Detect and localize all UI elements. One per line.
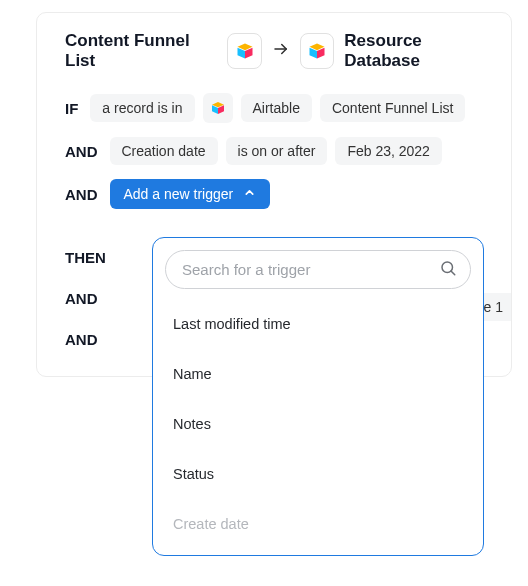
keyword-then: THEN	[65, 249, 106, 266]
airtable-icon	[307, 41, 327, 61]
search-wrap	[165, 250, 471, 289]
dropdown-item[interactable]: Last modified time	[165, 299, 471, 349]
operator-pill[interactable]: is on or after	[226, 137, 328, 165]
dropdown-item[interactable]: Status	[165, 449, 471, 499]
dest-app-icon-box	[300, 33, 334, 69]
trigger-dropdown: Last modified time Name Notes Status Cre…	[152, 237, 484, 556]
source-app-icon-box	[227, 33, 261, 69]
search-input[interactable]	[165, 250, 471, 289]
dropdown-item[interactable]: Name	[165, 349, 471, 399]
value-pill[interactable]: Feb 23, 2022	[335, 137, 442, 165]
keyword-and: AND	[65, 290, 98, 307]
trigger-pill-condition[interactable]: a record is in	[90, 94, 194, 122]
airtable-icon	[235, 41, 255, 61]
field-pill[interactable]: Creation date	[110, 137, 218, 165]
trigger-pill-table[interactable]: Content Funnel List	[320, 94, 465, 122]
automation-card: Content Funnel List	[36, 12, 512, 377]
search-icon	[439, 259, 457, 281]
rule-and-2: AND Add a new trigger	[53, 179, 495, 209]
keyword-and: AND	[65, 143, 98, 160]
airtable-icon	[210, 100, 226, 116]
rule-and-1: AND Creation date is on or after Feb 23,…	[53, 137, 495, 165]
trigger-pill-app-icon[interactable]	[203, 93, 233, 123]
arrow-right-icon	[272, 40, 290, 63]
header: Content Funnel List	[53, 31, 495, 71]
keyword-and: AND	[65, 186, 98, 203]
add-trigger-label: Add a new trigger	[124, 186, 234, 202]
chevron-up-icon	[243, 186, 256, 202]
keyword-and: AND	[65, 331, 98, 348]
dropdown-item-disabled: Create date	[165, 499, 471, 549]
trigger-pill-app[interactable]: Airtable	[241, 94, 312, 122]
dest-title: Resource Database	[344, 31, 495, 71]
add-trigger-button[interactable]: Add a new trigger	[110, 179, 271, 209]
svg-line-11	[451, 271, 455, 275]
rule-if: IF a record is in Airtable Content Funne…	[53, 93, 495, 123]
dropdown-item[interactable]: Notes	[165, 399, 471, 449]
keyword-if: IF	[65, 100, 78, 117]
source-title: Content Funnel List	[65, 31, 217, 71]
